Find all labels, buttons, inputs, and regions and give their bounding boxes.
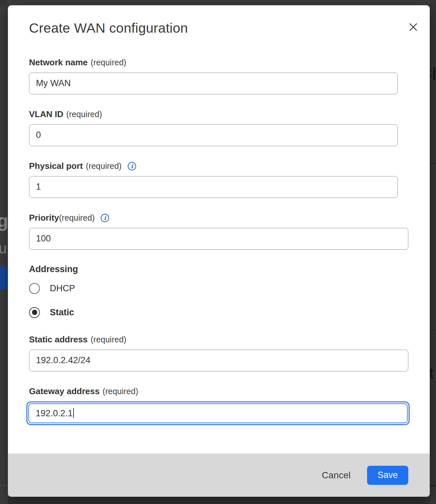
background-page-fragment: [0, 0, 7, 6]
radio-label: DHCP: [50, 283, 75, 294]
vlan-id-label: VLAN ID: [29, 109, 63, 119]
network-name-input[interactable]: My WAN: [29, 73, 398, 94]
field-static-address: Static address (required) 192.0.2.42/24: [29, 334, 430, 371]
radio-selected-icon: [29, 307, 40, 318]
close-icon: [407, 21, 419, 34]
required-hint: (required): [103, 387, 138, 396]
save-button[interactable]: Save: [367, 466, 408, 485]
background-text-fragment: t: [429, 364, 434, 382]
svg-text:i: i: [104, 215, 107, 221]
vlan-id-input[interactable]: 0: [29, 124, 398, 146]
field-physical-port: Physical port (required) i 1: [29, 161, 430, 198]
close-button[interactable]: [407, 21, 420, 34]
radio-option-static[interactable]: Static: [29, 307, 430, 318]
field-vlan-id: VLAN ID (required) 0: [29, 109, 430, 146]
focus-ring: 192.0.2.1: [26, 401, 410, 425]
network-name-label: Network name: [29, 57, 88, 68]
field-network-name: Network name (required) My WAN: [29, 57, 430, 94]
radio-unselected-icon: [29, 283, 40, 294]
dialog-footer: Cancel Save: [8, 454, 430, 497]
gateway-address-input[interactable]: 192.0.2.1: [28, 403, 408, 423]
priority-label: Priority: [29, 213, 59, 223]
field-priority: Priority (required) i 100: [29, 212, 430, 250]
background-divider-fragment: [0, 485, 8, 486]
info-icon[interactable]: i: [127, 162, 137, 171]
addressing-group: Addressing DHCP Static: [29, 264, 430, 318]
create-wan-dialog: Create WAN configuration Network name (r…: [8, 5, 430, 497]
background-divider-fragment: [430, 330, 436, 331]
background-text-fragment: u: [0, 240, 7, 257]
background-text-fragment: g: [0, 210, 8, 231]
required-hint: (required): [86, 161, 121, 171]
cancel-button[interactable]: Cancel: [322, 470, 351, 481]
static-address-label: Static address: [29, 334, 88, 345]
background-divider-fragment: [430, 485, 436, 486]
radio-label: Static: [50, 307, 74, 318]
addressing-heading: Addressing: [29, 264, 430, 274]
required-hint: (required): [91, 58, 126, 67]
background-page: [430, 0, 436, 504]
background-page: [8, 497, 430, 504]
radio-option-dhcp[interactable]: DHCP: [29, 283, 430, 294]
info-icon[interactable]: i: [100, 213, 109, 223]
background-text-fragment: [433, 67, 435, 80]
dialog-title: Create WAN configuration: [29, 5, 430, 36]
physical-port-input[interactable]: 1: [29, 176, 398, 198]
static-address-input[interactable]: 192.0.2.42/24: [29, 350, 408, 371]
background-divider-fragment: [430, 163, 436, 164]
background-blue-button-fragment: [0, 267, 7, 289]
physical-port-label: Physical port: [29, 161, 83, 171]
field-gateway-address: Gateway address (required) 192.0.2.1: [29, 386, 430, 425]
required-hint: (required): [91, 335, 126, 344]
background-text-fragment: [430, 70, 432, 71]
priority-input[interactable]: 100: [29, 228, 408, 250]
svg-text:i: i: [131, 163, 134, 169]
required-hint: (required): [59, 213, 95, 223]
required-hint: (required): [66, 110, 102, 119]
gateway-address-label: Gateway address: [29, 386, 100, 396]
